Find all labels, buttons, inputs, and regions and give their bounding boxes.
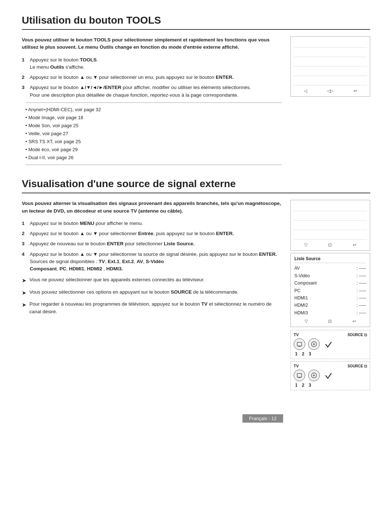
tv-label-1: TV xyxy=(294,332,299,337)
section1-steps: 1 Appuyez sur le bouton TOOLS. Le menu O… xyxy=(22,56,282,99)
section1-intro: Vous pouvez utiliser le bouton TOOLS pou… xyxy=(22,36,282,51)
tv-button-2 xyxy=(294,370,305,381)
source-label-2: SOURCE ⊡ xyxy=(347,364,367,368)
source-button-1 xyxy=(308,338,320,350)
num-2b: 2 xyxy=(302,383,305,388)
step2-1: 1 Appuyez sur le bouton MENU pour affich… xyxy=(22,220,282,227)
source-row-composant: Composant: ----- xyxy=(294,279,366,287)
nav-return-icon-3: ↩ xyxy=(352,319,356,324)
nav-enter-icon-2: ⊡ xyxy=(328,242,332,247)
section2-title: Visualisation d'une source de signal ext… xyxy=(22,178,370,193)
step-3: 3 Appuyez sur le bouton ▲/▼/◄/►/ENTER po… xyxy=(22,84,282,99)
bullet-1: Anynet+(HDMI-CEC), voir page 32 xyxy=(25,106,282,114)
svg-rect-0 xyxy=(298,346,301,347)
section2-intro: Vous pouvez alterner la visualisation de… xyxy=(22,200,282,215)
check-mark-2 xyxy=(324,371,333,380)
nav-down-icon-2: ▽ xyxy=(305,319,308,324)
num-1b: 1 xyxy=(295,383,298,388)
tools-menu-diagram: ◁ ◁▷ ↩ xyxy=(290,36,370,97)
section1-diagram: ◁ ◁▷ ↩ xyxy=(290,36,370,167)
source-row-hdmi1: HDMI1: ----- xyxy=(294,294,366,302)
step2-3: 3 Appuyez de nouveau sur le bouton ENTER… xyxy=(22,240,282,247)
page-number: Français - 12 xyxy=(242,414,283,423)
source-label-1: SOURCE ⊡ xyxy=(347,333,367,337)
section2: Visualisation d'une source de signal ext… xyxy=(22,178,370,392)
arrow-icon-1: ➤ xyxy=(22,277,26,285)
num-1: 1 xyxy=(295,351,298,356)
section1: Utilisation du bouton TOOLS Vous pouvez … xyxy=(22,15,370,167)
bullet-4: Veille, voir page 27 xyxy=(25,130,282,138)
section2-steps: 1 Appuyez sur le bouton MENU pour affich… xyxy=(22,220,282,273)
nav-down-icon: ▽ xyxy=(304,242,307,247)
step-1: 1 Appuyez sur le bouton TOOLS. Le menu O… xyxy=(22,56,282,71)
section1-title: Utilisation du bouton TOOLS xyxy=(22,15,370,30)
step-2: 2 Appuyez sur le bouton ▲ ou ▼ pour séle… xyxy=(22,74,282,81)
tv-button-1 xyxy=(294,338,305,350)
nav-return-icon: ↩ xyxy=(354,88,357,93)
section2-content: Vous pouvez alterner la visualisation de… xyxy=(22,200,282,392)
bullet-5: SRS TS XT, voir page 25 xyxy=(25,138,282,146)
section2-diagrams: ▽ ⊡ ↩ Liste Source AV: ----- S-Vidéo: --… xyxy=(290,200,370,392)
nav-return-icon-2: ↩ xyxy=(353,242,356,247)
num-3: 3 xyxy=(309,351,311,356)
source-row-hdmi3: HDMI3: ----- xyxy=(294,309,366,317)
source-list-diagram: Liste Source AV: ----- S-Vidéo: ----- Co… xyxy=(290,253,370,327)
source-list-title: Liste Source xyxy=(294,256,366,263)
remote-diagram-2: TV SOURCE ⊡ xyxy=(290,361,370,390)
source-row-svideo: S-Vidéo: ----- xyxy=(294,272,366,279)
step2-2: 2 Appuyez sur le bouton ▲ ou ▼ pour séle… xyxy=(22,230,282,237)
remote-diagram-1: TV SOURCE ⊡ xyxy=(290,330,370,359)
source-row-hdmi2: HDMI2: ----- xyxy=(294,302,366,309)
menu-diagram-1: ▽ ⊡ ↩ xyxy=(290,200,370,251)
bullet-7: Dual I-II, voir page 26 xyxy=(25,154,282,162)
note2: ➤ Vous pouvez sélectionner ces options e… xyxy=(22,289,282,297)
arrow-icon-2: ➤ xyxy=(22,289,26,297)
source-row-av: AV: ----- xyxy=(294,265,366,272)
bullet-3: Mode Son, voir page 25 xyxy=(25,122,282,130)
step2-4: 4 Appuyez sur le bouton ▲ ou ▼ pour séle… xyxy=(22,251,282,273)
footer: Français - 12 xyxy=(22,403,370,423)
check-mark-1 xyxy=(324,340,333,348)
bullet-2: Mode Image, voir page 18 xyxy=(25,114,282,122)
arrow-icon-3: ➤ xyxy=(22,301,26,315)
num-3b: 3 xyxy=(309,383,311,388)
section1-bullets: Anynet+(HDMI-CEC), voir page 32 Mode Ima… xyxy=(25,102,282,165)
source-button-2 xyxy=(308,370,320,381)
note1: ➤ Vous ne pouvez sélectionner que les ap… xyxy=(22,276,282,285)
nav-enter-icon-3: ⊡ xyxy=(328,319,332,324)
num-2: 2 xyxy=(302,351,305,356)
nav-left-icon: ◁ xyxy=(304,88,307,93)
note3: ➤ Pour regarder à nouveau les programmes… xyxy=(22,301,282,315)
source-row-pc: PC: ----- xyxy=(294,287,366,294)
bullet-6: Mode éco, voir page 29 xyxy=(25,146,282,154)
svg-rect-2 xyxy=(298,377,301,378)
tv-label-2: TV xyxy=(294,364,299,368)
section1-content: Vous pouvez utiliser le bouton TOOLS pou… xyxy=(22,36,282,167)
nav-enter-icon: ◁▷ xyxy=(327,88,334,93)
